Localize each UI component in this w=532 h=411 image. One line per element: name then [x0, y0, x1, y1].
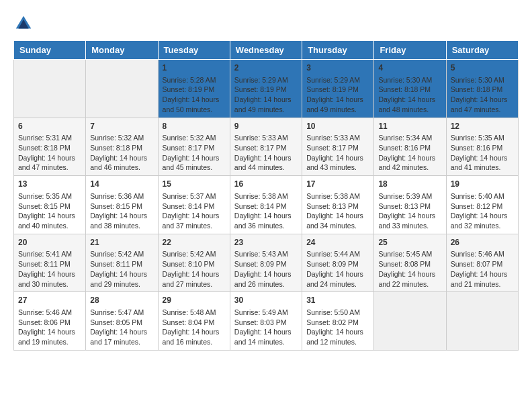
daylight-text: Daylight: 14 hours and 17 minutes. [90, 327, 153, 347]
sunset-text: Sunset: 8:16 PM [451, 143, 514, 153]
daylight-text: Daylight: 14 hours and 36 minutes. [234, 211, 298, 230]
daylight-text: Daylight: 14 hours and 14 minutes. [234, 327, 298, 347]
sunset-text: Sunset: 8:18 PM [378, 85, 441, 95]
sunrise-text: Sunrise: 5:32 AM [163, 133, 226, 143]
calendar-cell: 29Sunrise: 5:48 AMSunset: 8:04 PMDayligh… [158, 292, 230, 351]
sunset-text: Sunset: 8:09 PM [306, 259, 369, 269]
sunrise-text: Sunrise: 5:41 AM [18, 249, 81, 259]
calendar-cell: 23Sunrise: 5:43 AMSunset: 8:09 PMDayligh… [230, 234, 302, 292]
day-number: 24 [306, 237, 369, 248]
day-number: 26 [451, 237, 514, 248]
sunrise-text: Sunrise: 5:31 AM [18, 133, 81, 143]
day-number: 5 [451, 62, 514, 74]
logo [13, 13, 36, 34]
page-header [13, 13, 519, 34]
sunset-text: Sunset: 8:03 PM [234, 318, 298, 328]
sunrise-text: Sunrise: 5:29 AM [306, 75, 369, 85]
daylight-text: Daylight: 14 hours and 33 minutes. [378, 211, 441, 230]
sunset-text: Sunset: 8:05 PM [90, 318, 153, 328]
logo-icon [13, 13, 34, 34]
daylight-text: Daylight: 14 hours and 37 minutes. [163, 211, 226, 230]
calendar-cell: 10Sunrise: 5:33 AMSunset: 8:17 PMDayligh… [302, 118, 374, 176]
calendar-cell: 3Sunrise: 5:29 AMSunset: 8:19 PMDaylight… [302, 60, 374, 118]
daylight-text: Daylight: 14 hours and 30 minutes. [18, 269, 81, 289]
week-row-1: 1Sunrise: 5:28 AMSunset: 8:19 PMDaylight… [14, 60, 519, 118]
sunrise-text: Sunrise: 5:28 AM [163, 75, 226, 85]
cell-content: 25Sunrise: 5:45 AMSunset: 8:08 PMDayligh… [378, 237, 441, 289]
calendar-cell [374, 292, 446, 351]
sunset-text: Sunset: 8:16 PM [378, 143, 441, 153]
cell-content: 17Sunrise: 5:38 AMSunset: 8:13 PMDayligh… [306, 179, 369, 231]
sunrise-text: Sunrise: 5:32 AM [90, 133, 153, 143]
sunset-text: Sunset: 8:04 PM [163, 318, 226, 328]
calendar-cell: 16Sunrise: 5:38 AMSunset: 8:14 PMDayligh… [230, 176, 302, 234]
sunset-text: Sunset: 8:10 PM [163, 259, 226, 269]
calendar-cell: 11Sunrise: 5:34 AMSunset: 8:16 PMDayligh… [374, 118, 446, 176]
sunset-text: Sunset: 8:14 PM [163, 201, 226, 212]
cell-content: 29Sunrise: 5:48 AMSunset: 8:04 PMDayligh… [163, 295, 226, 347]
cell-content: 26Sunrise: 5:46 AMSunset: 8:07 PMDayligh… [451, 237, 514, 289]
sunrise-text: Sunrise: 5:39 AM [378, 191, 441, 201]
daylight-text: Daylight: 14 hours and 49 minutes. [306, 95, 369, 114]
calendar-cell: 30Sunrise: 5:49 AMSunset: 8:03 PMDayligh… [230, 292, 302, 351]
sunset-text: Sunset: 8:17 PM [306, 143, 369, 153]
cell-content: 16Sunrise: 5:38 AMSunset: 8:14 PMDayligh… [234, 179, 298, 231]
calendar-cell: 15Sunrise: 5:37 AMSunset: 8:14 PMDayligh… [158, 176, 230, 234]
calendar-cell: 8Sunrise: 5:32 AMSunset: 8:17 PMDaylight… [158, 118, 230, 176]
day-number: 14 [90, 179, 153, 190]
calendar-cell: 19Sunrise: 5:40 AMSunset: 8:12 PMDayligh… [446, 176, 518, 234]
sunset-text: Sunset: 8:15 PM [18, 201, 81, 212]
sunrise-text: Sunrise: 5:44 AM [306, 249, 369, 259]
day-number: 13 [18, 179, 81, 190]
calendar-cell: 2Sunrise: 5:29 AMSunset: 8:19 PMDaylight… [230, 60, 302, 118]
calendar-cell [14, 60, 86, 118]
calendar-cell: 14Sunrise: 5:36 AMSunset: 8:15 PMDayligh… [86, 176, 158, 234]
day-number: 10 [306, 121, 369, 132]
sunrise-text: Sunrise: 5:43 AM [234, 249, 298, 259]
sunset-text: Sunset: 8:19 PM [234, 85, 298, 95]
daylight-text: Daylight: 14 hours and 34 minutes. [306, 211, 369, 230]
day-header-tuesday: Tuesday [158, 41, 230, 60]
cell-content: 18Sunrise: 5:39 AMSunset: 8:13 PMDayligh… [378, 179, 441, 231]
week-row-5: 27Sunrise: 5:46 AMSunset: 8:06 PMDayligh… [14, 292, 519, 351]
sunrise-text: Sunrise: 5:38 AM [306, 191, 369, 201]
daylight-text: Daylight: 14 hours and 42 minutes. [378, 153, 441, 173]
sunrise-text: Sunrise: 5:34 AM [378, 133, 441, 143]
cell-content: 3Sunrise: 5:29 AMSunset: 8:19 PMDaylight… [306, 62, 369, 115]
calendar-cell: 22Sunrise: 5:42 AMSunset: 8:10 PMDayligh… [158, 234, 230, 292]
day-number: 12 [451, 121, 514, 132]
cell-content: 22Sunrise: 5:42 AMSunset: 8:10 PMDayligh… [163, 237, 226, 289]
calendar-cell: 28Sunrise: 5:47 AMSunset: 8:05 PMDayligh… [86, 292, 158, 351]
daylight-text: Daylight: 14 hours and 45 minutes. [163, 153, 226, 173]
sunset-text: Sunset: 8:07 PM [451, 259, 514, 269]
day-header-sunday: Sunday [14, 41, 86, 60]
cell-content: 21Sunrise: 5:42 AMSunset: 8:11 PMDayligh… [90, 237, 153, 289]
daylight-text: Daylight: 14 hours and 47 minutes. [451, 95, 514, 114]
sunrise-text: Sunrise: 5:48 AM [163, 308, 226, 318]
cell-content: 7Sunrise: 5:32 AMSunset: 8:18 PMDaylight… [90, 121, 153, 173]
calendar-cell: 9Sunrise: 5:33 AMSunset: 8:17 PMDaylight… [230, 118, 302, 176]
calendar-table: SundayMondayTuesdayWednesdayThursdayFrid… [13, 40, 519, 351]
day-number: 23 [234, 237, 298, 248]
daylight-text: Daylight: 14 hours and 50 minutes. [163, 95, 226, 114]
cell-content: 1Sunrise: 5:28 AMSunset: 8:19 PMDaylight… [163, 62, 226, 115]
day-number: 3 [306, 62, 369, 74]
calendar-cell [86, 60, 158, 118]
calendar-cell: 18Sunrise: 5:39 AMSunset: 8:13 PMDayligh… [374, 176, 446, 234]
sunrise-text: Sunrise: 5:49 AM [234, 308, 298, 318]
day-number: 27 [18, 295, 81, 306]
day-number: 30 [234, 295, 298, 306]
daylight-text: Daylight: 14 hours and 41 minutes. [451, 153, 514, 173]
cell-content: 28Sunrise: 5:47 AMSunset: 8:05 PMDayligh… [90, 295, 153, 347]
day-number: 28 [90, 295, 153, 306]
sunrise-text: Sunrise: 5:45 AM [378, 249, 441, 259]
daylight-text: Daylight: 14 hours and 32 minutes. [451, 211, 514, 230]
week-row-2: 6Sunrise: 5:31 AMSunset: 8:18 PMDaylight… [14, 118, 519, 176]
sunset-text: Sunset: 8:11 PM [90, 259, 153, 269]
header-row: SundayMondayTuesdayWednesdayThursdayFrid… [14, 41, 519, 60]
cell-content: 6Sunrise: 5:31 AMSunset: 8:18 PMDaylight… [18, 121, 81, 173]
day-number: 4 [378, 62, 441, 74]
day-number: 20 [18, 237, 81, 248]
day-number: 2 [234, 62, 298, 74]
sunset-text: Sunset: 8:19 PM [163, 85, 226, 95]
